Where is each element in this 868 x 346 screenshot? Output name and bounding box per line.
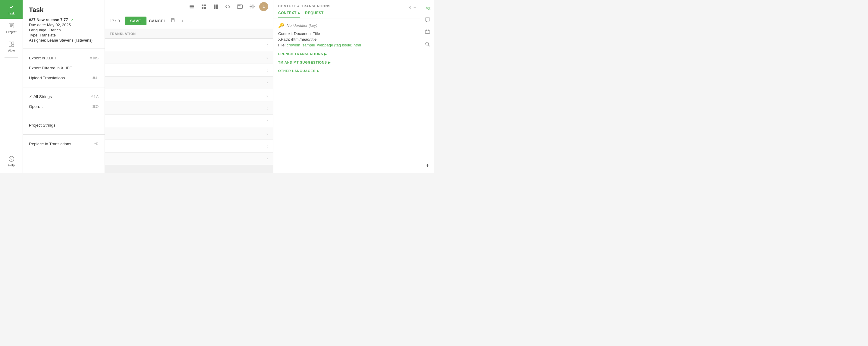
sidebar-item-help-label: Help [8,163,15,167]
remove-icon-btn[interactable]: − [188,17,194,25]
check-icon: ✓ [29,94,32,99]
table-row: ↕ [105,115,273,127]
sidebar: Task Project View ? [0,0,23,173]
menu-project-strings[interactable]: Project Strings [23,120,104,130]
svg-rect-28 [425,18,430,21]
table-row: ↕ [105,51,273,64]
sidebar-item-project-label: Project [6,30,16,34]
context-tabs: CONTEXT ▶ REQUEST [278,11,416,18]
code-view-icon[interactable] [223,2,233,11]
svg-rect-5 [9,42,11,47]
help-icon: ? [8,156,15,162]
svg-rect-7 [12,44,14,47]
svg-rect-16 [204,7,206,9]
sidebar-item-task[interactable]: Task [0,0,23,19]
svg-rect-11 [190,6,194,7]
row-arrow-icon: ↕ [266,55,268,60]
cancel-button[interactable]: CANCEL [149,19,166,23]
tab-context-arrow: ▶ [298,11,301,15]
file-link[interactable]: crowdin_sample_webpage (tag issue).html [287,43,361,47]
settings-icon[interactable] [247,2,257,11]
svg-rect-22 [241,5,241,6]
external-link-icon[interactable]: ↗ [70,18,73,22]
sidebar-item-help[interactable]: ? Help [0,152,23,170]
section-french[interactable]: FRENCH TRANSLATIONS ▶ [278,52,416,56]
more-icon-btn[interactable]: ⋮ [197,17,205,25]
divider-4 [23,134,104,135]
svg-rect-15 [202,7,204,9]
table-row: ↕ [105,140,273,153]
rail-comment-icon[interactable] [422,14,433,25]
context-panel-title: CONTEXT & TRANSLATIONS [278,4,331,8]
menu-upload-translations[interactable]: Upload Translations… ⌘U [23,73,104,83]
dropdown-meta: #27 New release 7.77 ↗ Due date: May 02,… [23,18,104,44]
main-editor: L 17 • 0 SAVE CANCEL + − ⋮ TRANSLATION ↕… [105,0,273,173]
xpath: XPath: /html/head/title [278,37,416,41]
table-row: ↕ [105,153,273,165]
context-pin-icon[interactable]: ✕ [408,5,412,10]
list-view-icon[interactable] [187,2,196,11]
rail-translate-icon[interactable]: A文 [422,2,433,13]
dropdown-panel: Task #27 New release 7.77 ↗ Due date: Ma… [23,0,105,173]
right-rail: A文 + [421,0,434,173]
sidebar-item-view-label: View [8,49,15,53]
tab-context[interactable]: CONTEXT ▶ [278,11,300,18]
copy-icon-btn[interactable] [168,17,177,25]
row-arrow-icon: ↕ [266,81,268,85]
key-icon: 🔑 [278,23,284,28]
table-row: ↕ [105,89,273,102]
save-button[interactable]: SAVE [125,17,147,25]
svg-rect-18 [216,4,218,9]
top-toolbar: L [105,0,273,13]
sidebar-item-task-label: Task [8,11,15,15]
sidebar-item-view[interactable]: View [0,37,23,56]
table-row: ↕ [105,76,273,89]
project-icon [8,22,15,29]
task-number-name: #27 New release 7.77 ↗ [29,18,98,22]
menu-replace-translations[interactable]: Replace in Translations… ^R [23,139,104,149]
table-row: ↕ [105,64,273,76]
type: Type: Translate [29,33,98,37]
menu-all-strings[interactable]: ✓ All Strings ^⇧A [23,92,104,101]
rail-divider [424,52,431,52]
view-icon [8,41,15,48]
menu-export-filtered-xliff[interactable]: Export Filtered in XLIFF [23,63,104,73]
row-arrow-icon: ↕ [266,68,268,73]
svg-rect-10 [190,5,194,6]
split-view-icon[interactable] [211,2,221,11]
due-date: Due date: May 02, 2025 [29,23,98,27]
svg-rect-25 [172,19,174,22]
svg-point-24 [251,6,253,7]
context-panel: CONTEXT & TRANSLATIONS ✕ − CONTEXT ▶ REQ… [273,0,421,173]
editor-toolbar: 17 • 0 SAVE CANCEL + − ⋮ [105,13,273,29]
task-icon [8,4,15,10]
rail-add-icon[interactable]: + [422,160,433,170]
svg-rect-31 [426,30,427,31]
grid-view-icon[interactable] [199,2,209,11]
row-arrow-icon: ↕ [266,119,268,123]
sidebar-item-project[interactable]: Project [0,19,23,37]
rail-history-icon[interactable] [422,27,433,37]
menu-export-xliff[interactable]: Export in XLIFF ⇧⌘S [23,53,104,63]
tm-arrow-icon: ▶ [328,61,331,64]
other-arrow-icon: ▶ [317,69,319,73]
row-arrow-icon: ↕ [266,42,268,47]
meta-divider [23,49,104,49]
editor-rows: ↕ ↕ ↕ ↕ ↕ ↕ ↕ ↕ ↕ ↕ [105,39,273,173]
svg-rect-32 [428,30,429,31]
tab-request[interactable]: REQUEST [305,11,324,18]
menu-open[interactable]: Open… ⌘O [23,101,104,112]
row-arrow-icon: ↕ [266,106,268,111]
context-collapse-icon[interactable]: − [413,5,416,10]
rail-search-icon[interactable] [422,39,433,50]
section-other[interactable]: OTHER LANGUAGES ▶ [278,69,416,73]
section-tm[interactable]: TM AND MT SUGGESTIONS ▶ [278,61,416,64]
svg-rect-13 [202,4,204,6]
keyboard-icon[interactable] [235,2,245,11]
add-icon-btn[interactable]: + [179,17,185,25]
svg-line-34 [428,45,430,46]
svg-text:文: 文 [428,7,430,10]
svg-rect-20 [238,5,239,6]
avatar[interactable]: L [259,2,268,11]
translation-col-header: TRANSLATION [110,32,136,36]
